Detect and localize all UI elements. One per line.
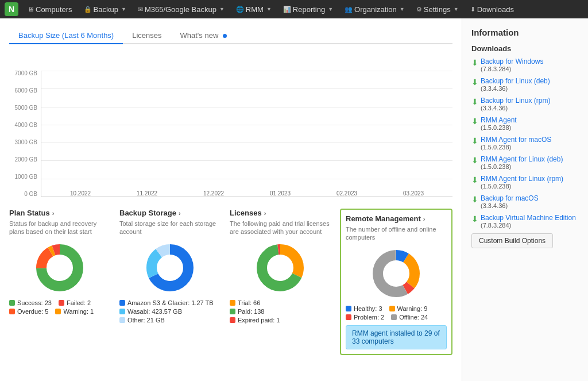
tab-whats-new[interactable]: What's new <box>171 28 236 44</box>
plan-status-legend: Success: 23 Failed: 2 Overdue: 5 Warning… <box>9 299 110 315</box>
panel-remote-management-title[interactable]: Remote Management › <box>346 214 447 223</box>
nav-rmm[interactable]: 🌐 RMM ▼ <box>231 0 276 18</box>
dl-link-rmm-agent-linux-rpm[interactable]: RMM Agent for Linux (rpm) <box>481 175 563 183</box>
plan-status-donut <box>9 242 110 294</box>
reporting-chevron: ▼ <box>328 6 333 12</box>
bar-group-oct2022: 10.2022 <box>63 186 98 197</box>
page-content: Backup Size (Last 6 Months) Licenses Wha… <box>0 18 588 381</box>
panel-licenses: Licenses › The following paid and trial … <box>230 209 331 355</box>
dl-link-rmm-agent-macos[interactable]: RMM Agent for macOS <box>481 136 551 144</box>
dl-item-7: ⬇ Backup for macOS (3.3.4.36) <box>471 194 579 209</box>
nav-organization[interactable]: 👥 Organization ▼ <box>340 0 409 18</box>
dl-version-backup-windows: (7.8.3.284) <box>481 66 543 72</box>
computers-icon: 🖥 <box>28 6 34 13</box>
m365-icon: ✉ <box>138 6 143 13</box>
organization-chevron: ▼ <box>400 6 405 12</box>
panel-backup-storage: Backup Storage › Total storage size for … <box>119 209 220 355</box>
remote-management-legend: Healthy: 3 Warning: 9 Problem: 2 Offline… <box>346 305 447 321</box>
m365-chevron: ▼ <box>219 6 225 12</box>
dl-item-2: ⬇ Backup for Linux (rpm) (3.3.4.36) <box>471 97 579 111</box>
rmm-icon: 🌐 <box>236 6 244 13</box>
nav-computers[interactable]: 🖥 Computers <box>23 0 77 18</box>
y-axis: 7000 GB 6000 GB 5000 GB 4000 GB 3000 GB … <box>9 71 41 197</box>
backup-storage-legend: Amazon S3 & Glacier: 1.27 TB Wasabi: 423… <box>119 299 220 324</box>
bars-area: 10.2022 11.2022 12.2022 01.2023 <box>41 71 452 197</box>
backup-icon: 🔒 <box>84 6 92 13</box>
panel-licenses-title[interactable]: Licenses › <box>230 209 331 217</box>
dl-version-rmm-agent: (1.5.0.238) <box>481 124 517 131</box>
tab-bar: Backup Size (Last 6 Months) Licenses Wha… <box>9 28 452 44</box>
dl-arrow-4: ⬇ <box>471 136 478 145</box>
backup-storage-arrow: › <box>179 210 181 217</box>
rmm-chevron: ▼ <box>266 6 272 12</box>
backup-chevron: ▼ <box>121 6 126 12</box>
panel-plan-status: Plan Status › Status for backup and reco… <box>9 209 110 355</box>
dl-link-backup-vme[interactable]: Backup Virtual Machine Edition <box>481 214 576 222</box>
main-content: Backup Size (Last 6 Months) Licenses Wha… <box>0 18 462 381</box>
licenses-arrow: › <box>264 210 266 217</box>
downloads-icon: ⬇ <box>470 6 475 13</box>
bar-group-mar2023: 03.2023 <box>396 186 431 197</box>
bar-group-dec2022: 12.2022 <box>196 186 231 197</box>
sidebar-title: Information <box>471 28 579 37</box>
dl-arrow-8: ⬇ <box>471 214 478 224</box>
dl-arrow-1: ⬇ <box>471 78 478 87</box>
navbar: N 🖥 Computers 🔒 Backup ▼ ✉ M365/Google B… <box>0 0 588 18</box>
nav-downloads[interactable]: ⬇ Downloads <box>466 0 519 18</box>
nav-settings[interactable]: ⚙ Settings ▼ <box>412 0 463 18</box>
svg-point-4 <box>47 255 72 280</box>
remote-management-donut <box>346 248 447 299</box>
bar-group-feb2023: 02.2023 <box>330 186 364 197</box>
svg-point-12 <box>268 255 293 280</box>
licenses-legend: Trial: 66 Paid: 138 Expired paid: 1 <box>230 299 331 324</box>
dl-arrow-3: ⬇ <box>471 117 478 126</box>
dl-arrow-7: ⬇ <box>471 195 478 204</box>
nav-m365[interactable]: ✉ M365/Google Backup ▼ <box>133 0 229 18</box>
dl-item-4: ⬇ RMM Agent for macOS (1.5.0.238) <box>471 136 579 151</box>
app-logo: N <box>5 2 18 16</box>
panel-backup-storage-title[interactable]: Backup Storage › <box>119 209 220 217</box>
organization-icon: 👥 <box>345 6 353 13</box>
settings-chevron: ▼ <box>454 6 459 12</box>
dl-version-backup-macos: (3.3.4.36) <box>481 202 539 209</box>
dl-arrow-2: ⬇ <box>471 97 478 106</box>
dl-item-3: ⬇ RMM Agent (1.5.0.238) <box>471 116 579 131</box>
dl-link-rmm-agent-linux-deb[interactable]: RMM Agent for Linux (deb) <box>481 155 563 163</box>
dl-link-backup-linux-rpm[interactable]: Backup for Linux (rpm) <box>481 97 550 105</box>
dl-item-8: ⬇ Backup Virtual Machine Edition (7.8.3.… <box>471 214 579 229</box>
chart-section: 7000 GB 6000 GB 5000 GB 4000 GB 3000 GB … <box>9 53 452 197</box>
dl-link-backup-windows[interactable]: Backup for Windows <box>481 57 543 66</box>
panel-remote-management: Remote Management › The number of offlin… <box>340 209 452 355</box>
dl-version-backup-linux-rpm: (3.3.4.36) <box>481 105 550 111</box>
dl-link-backup-macos[interactable]: Backup for macOS <box>481 194 539 202</box>
downloads-section-title: Downloads <box>471 44 579 53</box>
dl-item-6: ⬇ RMM Agent for Linux (rpm) (1.5.0.238) <box>471 175 579 190</box>
dl-version-rmm-agent-macos: (1.5.0.238) <box>481 144 551 151</box>
dl-arrow-5: ⬇ <box>471 156 478 165</box>
svg-point-8 <box>157 255 183 280</box>
rmm-notification-banner: RMM agent installed to 29 of 33 computer… <box>346 325 447 349</box>
custom-build-button[interactable]: Custom Build Options <box>471 233 553 248</box>
dl-item-5: ⬇ RMM Agent for Linux (deb) (1.5.0.238) <box>471 155 579 170</box>
sidebar: Information Downloads ⬇ Backup for Windo… <box>462 18 588 381</box>
dl-version-rmm-agent-linux-rpm: (1.5.0.238) <box>481 183 563 190</box>
dl-link-rmm-agent[interactable]: RMM Agent <box>481 116 517 124</box>
dl-item-0: ⬇ Backup for Windows (7.8.3.284) <box>471 57 579 72</box>
dl-version-backup-linux-deb: (3.3.4.36) <box>481 85 550 92</box>
licenses-donut <box>230 242 331 294</box>
tab-backup-size[interactable]: Backup Size (Last 6 Months) <box>9 28 123 44</box>
dl-arrow-6: ⬇ <box>471 175 478 184</box>
plan-status-arrow: › <box>52 210 55 217</box>
panels-row: Plan Status › Status for backup and reco… <box>9 209 452 355</box>
nav-backup[interactable]: 🔒 Backup ▼ <box>79 0 131 18</box>
bar-group-jan2023: 01.2023 <box>263 186 297 197</box>
bar-group-nov2022: 11.2022 <box>130 186 164 197</box>
nav-reporting[interactable]: 📊 Reporting ▼ <box>278 0 338 18</box>
panel-plan-status-title[interactable]: Plan Status › <box>9 209 110 217</box>
dl-link-backup-linux-deb[interactable]: Backup for Linux (deb) <box>481 77 550 85</box>
dl-arrow-0: ⬇ <box>471 58 478 67</box>
dl-version-backup-vme: (7.8.3.284) <box>481 222 576 229</box>
tab-licenses[interactable]: Licenses <box>123 28 171 44</box>
whats-new-dot <box>223 34 227 38</box>
svg-point-17 <box>384 261 409 286</box>
